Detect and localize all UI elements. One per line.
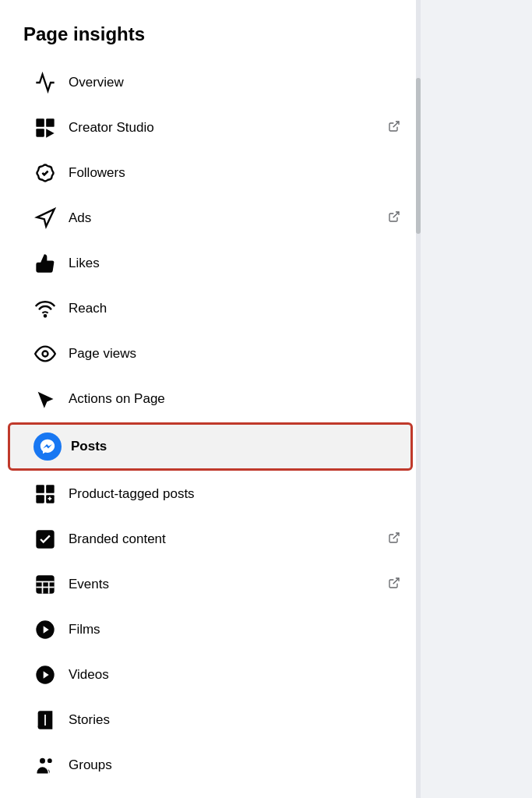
svg-rect-16: [36, 575, 54, 593]
sidebar-item-branded-content[interactable]: Branded content: [8, 517, 413, 561]
check-square-icon: [31, 525, 59, 553]
svg-rect-9: [46, 485, 54, 493]
sidebar-item-label: Creator Studio: [69, 120, 388, 136]
eye-icon: [31, 340, 59, 368]
sidebar-item-label: Page views: [69, 346, 400, 362]
wifi-icon: [31, 295, 59, 323]
thumbs-up-icon: [31, 249, 59, 277]
sidebar-item-ads[interactable]: Ads: [8, 196, 413, 240]
external-link-icon: [388, 577, 400, 592]
sidebar-item-likes[interactable]: Likes: [8, 242, 413, 285]
sidebar-item-label: Stories: [69, 712, 400, 728]
sidebar-item-label: Overview: [69, 75, 400, 90]
svg-point-6: [44, 315, 46, 316]
sidebar-item-posts[interactable]: Posts: [8, 422, 413, 471]
grid-calendar-icon: [31, 570, 59, 598]
megaphone-icon: [31, 204, 59, 232]
svg-rect-0: [36, 118, 44, 127]
sidebar-item-product-tagged-posts[interactable]: Product-tagged posts: [8, 472, 413, 516]
sidebar-item-label: Events: [69, 577, 388, 592]
sidebar-item-page-views[interactable]: Page views: [8, 332, 413, 376]
sidebar-item-actions-on-page[interactable]: Actions on Page: [8, 377, 413, 421]
svg-rect-8: [36, 485, 44, 493]
sidebar-item-label: Ads: [69, 210, 388, 226]
sidebar-item-followers[interactable]: Followers: [8, 151, 413, 195]
chart-icon: [31, 69, 59, 97]
sidebar-item-reach[interactable]: Reach: [8, 287, 413, 330]
sidebar-item-label: Product-tagged posts: [69, 486, 400, 502]
book-icon: [31, 706, 59, 734]
scrollbar[interactable]: [416, 0, 421, 798]
sidebar-item-label: Posts: [71, 439, 398, 454]
sidebar-item-films[interactable]: Films: [8, 608, 413, 651]
sidebar-item-label: Followers: [69, 165, 400, 181]
sidebar: Page insights Overview Creator Studio: [0, 0, 421, 798]
sidebar-item-label: Reach: [69, 301, 400, 316]
video-grid-icon: [31, 114, 59, 142]
sidebar-item-label: Actions on Page: [69, 391, 400, 407]
sidebar-item-creator-studio[interactable]: Creator Studio: [8, 106, 413, 150]
sidebar-item-label: Likes: [69, 256, 400, 271]
svg-point-28: [48, 758, 52, 763]
external-link-icon: [388, 531, 400, 547]
sidebar-item-groups[interactable]: Groups: [8, 743, 413, 787]
svg-rect-1: [46, 118, 54, 127]
sidebar-item-videos[interactable]: Videos: [8, 653, 413, 697]
cursor-icon: [31, 385, 59, 413]
svg-line-21: [393, 578, 399, 584]
svg-point-7: [43, 351, 48, 357]
page-title: Page insights: [0, 16, 421, 59]
external-link-icon: [388, 210, 400, 226]
svg-rect-10: [36, 495, 44, 503]
sidebar-item-overview[interactable]: Overview: [8, 61, 413, 104]
play-circle-icon: [31, 616, 59, 644]
svg-point-27: [40, 758, 45, 764]
tag-grid-icon: [31, 480, 59, 508]
svg-marker-3: [46, 129, 54, 138]
svg-line-4: [393, 122, 399, 127]
sidebar-item-people[interactable]: People: [8, 789, 413, 798]
sidebar-item-stories[interactable]: Stories: [8, 698, 413, 742]
sidebar-item-label: Videos: [69, 667, 400, 683]
messenger-icon: [33, 433, 62, 461]
check-badge-icon: [31, 159, 59, 187]
sidebar-item-events[interactable]: Events: [8, 563, 413, 606]
sidebar-item-label: Branded content: [69, 531, 388, 547]
sidebar-item-label: Films: [69, 622, 400, 637]
svg-rect-2: [36, 129, 44, 137]
scrollbar-thumb[interactable]: [416, 78, 421, 234]
play-circle2-icon: [31, 661, 59, 689]
group-icon: [31, 751, 59, 779]
svg-line-5: [393, 212, 399, 217]
external-link-icon: [388, 120, 400, 136]
sidebar-item-label: Groups: [69, 757, 400, 773]
svg-line-15: [393, 533, 399, 538]
